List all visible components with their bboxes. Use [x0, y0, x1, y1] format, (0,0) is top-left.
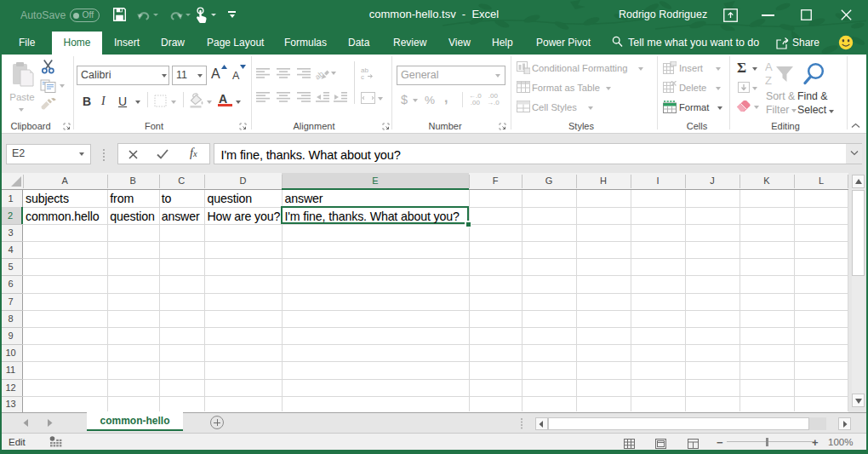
svg-text:c: c — [361, 73, 364, 79]
svg-text:A: A — [765, 60, 773, 73]
svg-text:Z: Z — [765, 74, 772, 87]
